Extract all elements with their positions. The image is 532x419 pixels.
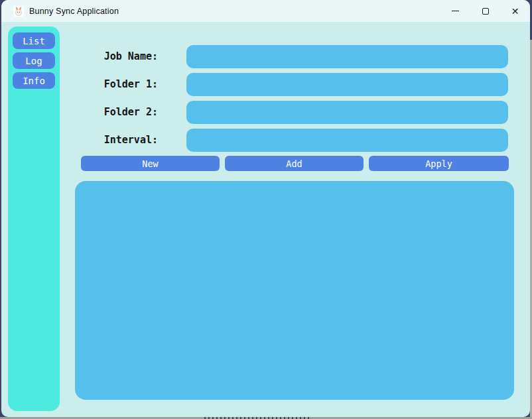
desktop-background: Bunny Sync Application ✕ List Log: [0, 0, 532, 419]
apply-button[interactable]: Apply: [369, 156, 509, 171]
folder-1-field[interactable]: [186, 73, 508, 96]
folder-2-field[interactable]: [186, 101, 508, 124]
minimize-button[interactable]: [440, 0, 470, 22]
window-title: Bunny Sync Application: [29, 7, 119, 16]
minimize-icon: [452, 11, 459, 11]
new-button[interactable]: New: [81, 156, 220, 171]
interval-field[interactable]: [186, 129, 508, 152]
folder-2-label: Folder 2:: [1, 106, 158, 118]
maximize-button[interactable]: [470, 0, 500, 22]
form-row-interval: Interval:: [1, 129, 530, 152]
titlebar: Bunny Sync Application ✕: [1, 0, 530, 22]
close-icon: ✕: [511, 7, 519, 16]
add-button[interactable]: Add: [225, 156, 364, 171]
interval-label: Interval:: [1, 134, 158, 146]
job-name-label: Job Name:: [1, 50, 158, 62]
folder-1-label: Folder 1:: [1, 78, 158, 90]
maximize-icon: [482, 8, 489, 15]
window-controls: ✕: [440, 0, 530, 22]
close-button[interactable]: ✕: [500, 0, 530, 22]
output-panel[interactable]: [75, 181, 514, 400]
app-window: Bunny Sync Application ✕ List Log: [1, 0, 530, 417]
form-row-folder-1: Folder 1:: [1, 73, 530, 96]
job-name-field[interactable]: [186, 45, 508, 68]
form-row-job-name: Job Name:: [1, 45, 530, 68]
bunny-app-icon: [13, 6, 24, 17]
form-row-folder-2: Folder 2:: [1, 101, 530, 124]
